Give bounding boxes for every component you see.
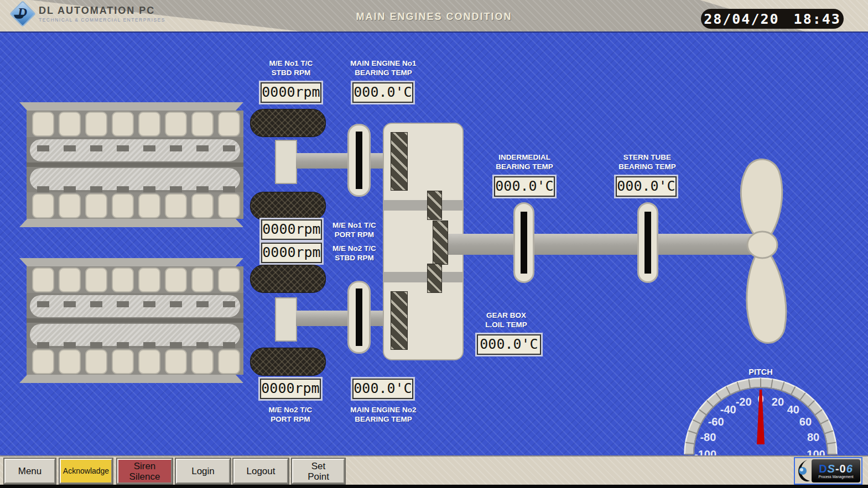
header-bar: D DL AUTOMATION PC TECHNICAL & COMMERCIA…	[0, 0, 868, 32]
gear-idler-2	[427, 264, 442, 293]
label-gearbox-loil: GEAR BOXL.OIL TEMP	[462, 311, 550, 329]
svg-text:-80: -80	[700, 431, 716, 443]
mimic-area: M/E No1 T/CSTBD RPM 0000rpm MAIN ENGINE …	[0, 32, 868, 455]
ds06-swoosh-icon	[796, 459, 810, 482]
label-me1-bearing: MAIN ENGINE No1BEARING TEMP	[339, 59, 428, 77]
coupling-engine-2	[347, 281, 371, 354]
readout-stern-tube-bearing-temp: 000.0'C	[616, 176, 677, 197]
logout-button[interactable]: Logout	[233, 459, 288, 484]
turbocharger-e1-stbd	[250, 109, 326, 137]
ds06-logo: DS-06 Process Management	[794, 457, 862, 485]
turbocharger-e2-stbd	[250, 265, 326, 293]
readout-me1-tc-port-rpm: 0000rpm	[261, 219, 322, 240]
label-stern-tube-bearing: STERN TUBEBEARING TEMP	[603, 153, 692, 171]
toolbar: Menu Acknowladge Siren Silence Login Log…	[0, 455, 868, 488]
pitch-gauge: PITCH -100-80-60-40-20020406080100	[683, 377, 838, 460]
propeller-shaft	[433, 234, 758, 255]
pitch-gauge-dial: -100-80-60-40-20020406080100	[683, 377, 838, 465]
datetime-display: 28/04/20 18:43	[701, 9, 844, 29]
svg-text:-60: -60	[708, 416, 724, 428]
pitch-gauge-title: PITCH	[683, 368, 838, 376]
ds06-subtitle: Process Management	[817, 475, 855, 479]
turbocharger-e1-port	[250, 192, 326, 220]
gear-input-1	[391, 132, 408, 191]
readout-me2-bearing-temp: 000.0'C	[352, 379, 413, 399]
readout-me2-tc-stbd-rpm: 0000rpm	[261, 243, 322, 263]
main-engine-2-graphic	[19, 258, 243, 383]
readout-gearbox-loil-temp: 000.0'C	[477, 334, 541, 355]
engine-1-shaft	[296, 153, 384, 169]
label-me1-tc-stbd: M/E No1 T/CSTBD RPM	[247, 59, 335, 77]
label-me2-bearing: MAIN ENGINE No2BEARING TEMP	[339, 405, 428, 424]
intermedial-bearing-graphic	[513, 202, 534, 283]
gear-input-2	[391, 291, 408, 350]
time-value: 18:43	[794, 11, 841, 27]
propeller-graphic	[714, 146, 846, 356]
label-intermedial-bearing: INDERMEDIALBEARING TEMP	[480, 153, 569, 171]
gear-idler-1	[427, 191, 442, 220]
svg-text:-20: -20	[736, 396, 752, 408]
label-me2-tc-port: M/E No2 T/CPORT RPM	[246, 405, 335, 424]
label-me2-tc-stbd: M/E No2 T/CSTBD RPM	[325, 244, 383, 263]
coupling-engine-1	[347, 124, 371, 197]
engine-2-shaft	[296, 311, 384, 326]
svg-text:-40: -40	[720, 403, 736, 416]
svg-text:60: 60	[799, 416, 812, 428]
turbocharger-e2-port	[250, 348, 326, 376]
label-me1-tc-port: M/E No1 T/CPORT RPM	[325, 221, 383, 239]
engine-1-output-flange	[275, 140, 297, 184]
ds06-name: DS-06	[819, 463, 853, 474]
readout-me2-tc-port-rpm: 0000rpm	[260, 379, 321, 399]
readout-intermedial-bearing-temp: 000.0'C	[494, 176, 555, 197]
stern-tube-bearing-graphic	[637, 202, 658, 283]
svg-text:40: 40	[787, 403, 799, 416]
readout-me1-tc-stbd-rpm: 0000rpm	[261, 82, 321, 103]
gear-output	[433, 221, 448, 265]
svg-text:80: 80	[807, 431, 819, 443]
acknowledge-button[interactable]: Acknowladge	[60, 459, 112, 484]
date-value: 28/04/20	[704, 11, 779, 27]
siren-silence-button[interactable]: Siren Silence	[117, 459, 172, 484]
login-button[interactable]: Login	[176, 459, 230, 484]
engine-2-output-flange	[275, 297, 297, 342]
menu-button[interactable]: Menu	[4, 459, 55, 484]
svg-text:20: 20	[772, 396, 784, 408]
main-engines-condition-screen: D DL AUTOMATION PC TECHNICAL & COMMERCIA…	[0, 0, 868, 488]
set-point-button[interactable]: Set Point	[292, 459, 345, 484]
main-engine-1-graphic	[19, 102, 243, 227]
readout-me1-bearing-temp: 000.0'C	[352, 82, 413, 103]
